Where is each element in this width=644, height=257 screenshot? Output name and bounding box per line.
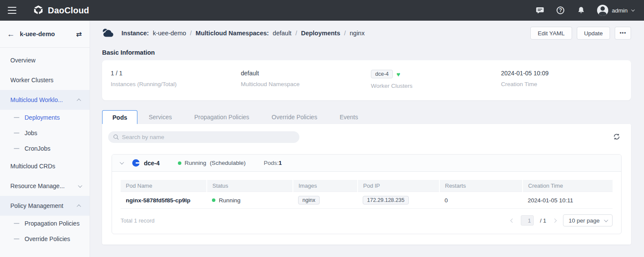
messages-icon[interactable] — [535, 6, 544, 15]
topbar: DaoCloud ? admin — [0, 0, 644, 21]
info-field-namespace: default Multicloud Namespace — [241, 70, 371, 89]
sidebar-item-overview[interactable]: Overview — [0, 50, 90, 70]
cluster-status: Running (Schedulable) — [178, 160, 246, 166]
col-pod-ip: Pod IP — [358, 180, 439, 192]
cloud-icon — [102, 28, 115, 38]
back-arrow-icon[interactable]: ← — [7, 30, 15, 39]
chevron-down-icon — [78, 183, 82, 188]
cluster-tag: dce-4 — [371, 70, 393, 78]
search-input[interactable] — [108, 131, 299, 143]
more-actions-button[interactable]: ••• — [615, 27, 631, 40]
daocloud-logo-icon — [33, 5, 44, 16]
tab-bar: Pods Services Propagation Policies Overr… — [102, 110, 631, 124]
sidebar-item-multicloud-crds[interactable]: Multicloud CRDs — [0, 156, 90, 176]
help-icon[interactable]: ? — [556, 6, 565, 15]
tab-pods[interactable]: Pods — [102, 110, 137, 124]
col-creation-time: Creation Time — [523, 180, 613, 192]
pods-table: Pod Name Status Images Pod IP Restarts C… — [121, 180, 613, 209]
sidebar-item-deployments[interactable]: Deployments — [0, 110, 90, 125]
update-button[interactable]: Update — [577, 27, 610, 40]
tab-events[interactable]: Events — [328, 110, 369, 124]
col-restarts: Restarts — [439, 180, 523, 192]
main-content: Instance: k-uee-demo / Multicloud Namesp… — [90, 21, 644, 257]
chevron-up-icon — [77, 98, 81, 102]
dash-icon — [14, 148, 19, 149]
breadcrumb-deployments[interactable]: Deployments — [301, 30, 340, 37]
user-menu[interactable]: admin — [597, 5, 634, 16]
info-field-instances: 1 / 1 Instances (Running/Total) — [111, 70, 241, 89]
breadcrumb-resource-name: nginx — [350, 30, 365, 37]
breadcrumb-instance-value[interactable]: k-uee-demo — [153, 30, 186, 37]
dash-icon — [14, 133, 19, 133]
cluster-pods-card: dce-4 Running (Schedulable) Pods:1 — [112, 154, 622, 234]
breadcrumb-namespace-value[interactable]: default — [273, 30, 292, 37]
next-page-icon[interactable] — [552, 218, 557, 223]
basic-information-title: Basic Information — [102, 49, 631, 56]
page-number-input[interactable] — [521, 215, 534, 226]
page-total: / 1 — [540, 217, 546, 224]
image-tag: nginx — [298, 196, 320, 204]
edit-yaml-button[interactable]: Edit YAML — [530, 27, 572, 40]
sidebar: ← k-uee-demo ⇄ Overview Worker Clusters … — [0, 21, 90, 257]
search-icon — [113, 134, 119, 142]
info-field-creation-time: 2024-01-05 10:09 Creation Time — [501, 70, 631, 89]
cluster-name: dce-4 — [144, 160, 160, 167]
notifications-bell-icon[interactable] — [576, 6, 586, 15]
page-size-select[interactable]: 10 per page — [563, 214, 613, 226]
chevron-up-icon — [77, 204, 81, 208]
col-status: Status — [207, 180, 293, 192]
table-row: nginx-5878fd5f85-cp9lp Running nginx 172… — [121, 192, 613, 209]
breadcrumb-namespaces-label: Multicloud Namespaces: — [196, 30, 269, 37]
chevron-down-icon — [631, 8, 635, 11]
sidebar-item-override-policies[interactable]: Override Policies — [0, 231, 90, 247]
collapse-toggle-icon[interactable] — [120, 161, 123, 164]
tab-override-policies[interactable]: Override Policies — [261, 110, 329, 124]
pod-restarts: 0 — [439, 192, 523, 209]
dce-cluster-icon — [132, 159, 140, 167]
hamburger-menu-icon[interactable] — [8, 7, 16, 14]
tab-propagation-policies[interactable]: Propagation Policies — [183, 110, 261, 124]
brand-name: DaoCloud — [48, 6, 89, 15]
dash-icon — [14, 238, 19, 239]
refresh-icon[interactable] — [612, 132, 622, 143]
col-pod-name: Pod Name — [121, 180, 207, 192]
sidebar-section-multicloud-workloads[interactable]: Multicloud Worklo... — [0, 90, 90, 110]
username: admin — [612, 7, 628, 14]
breadcrumb-instance-label: Instance: — [121, 30, 149, 37]
chevron-down-icon — [604, 218, 608, 222]
col-images: Images — [293, 180, 358, 192]
prev-page-icon[interactable] — [510, 218, 515, 223]
pod-status: Running — [219, 197, 240, 204]
avatar — [597, 5, 608, 16]
basic-information-card: 1 / 1 Instances (Running/Total) default … — [102, 60, 631, 100]
total-records: Total 1 record — [121, 217, 155, 224]
pod-ip-tag: 172.29.128.235 — [363, 196, 409, 204]
switch-cluster-icon[interactable]: ⇄ — [76, 30, 82, 38]
sidebar-section-resource-management[interactable]: Resource Manage... — [0, 176, 90, 196]
running-dot-icon — [178, 161, 181, 165]
info-field-worker-clusters: dce-4 ♥ Worker Clusters — [371, 70, 501, 89]
sidebar-section-policy-management[interactable]: Policy Management — [0, 196, 90, 216]
pagination: Total 1 record / 1 10 per page — [112, 209, 621, 234]
tab-services[interactable]: Services — [137, 110, 183, 124]
pods-panel: dce-4 Running (Schedulable) Pods:1 — [102, 124, 631, 245]
schedulable-label: (Schedulable) — [210, 160, 246, 166]
health-heart-icon: ♥ — [396, 71, 400, 78]
sidebar-item-propagation-policies[interactable]: Propagation Policies — [0, 216, 90, 231]
table-header-row: Pod Name Status Images Pod IP Restarts C… — [121, 180, 613, 192]
sidebar-item-worker-clusters[interactable]: Worker Clusters — [0, 70, 90, 90]
sidebar-item-jobs[interactable]: Jobs — [0, 125, 90, 141]
dash-icon — [14, 117, 19, 118]
cluster-title: k-uee-demo — [20, 31, 71, 37]
pod-name-link[interactable]: nginx-5878fd5f85-cp9lp — [121, 192, 207, 209]
pod-creation-time: 2024-01-05 10:11 — [523, 192, 613, 209]
brand: DaoCloud — [33, 5, 89, 16]
sidebar-item-cronjobs[interactable]: CronJobs — [0, 141, 90, 156]
dash-icon — [14, 223, 19, 224]
pods-count: Pods:1 — [264, 160, 282, 166]
running-dot-icon — [212, 198, 215, 202]
breadcrumb: Instance: k-uee-demo / Multicloud Namesp… — [102, 28, 364, 38]
